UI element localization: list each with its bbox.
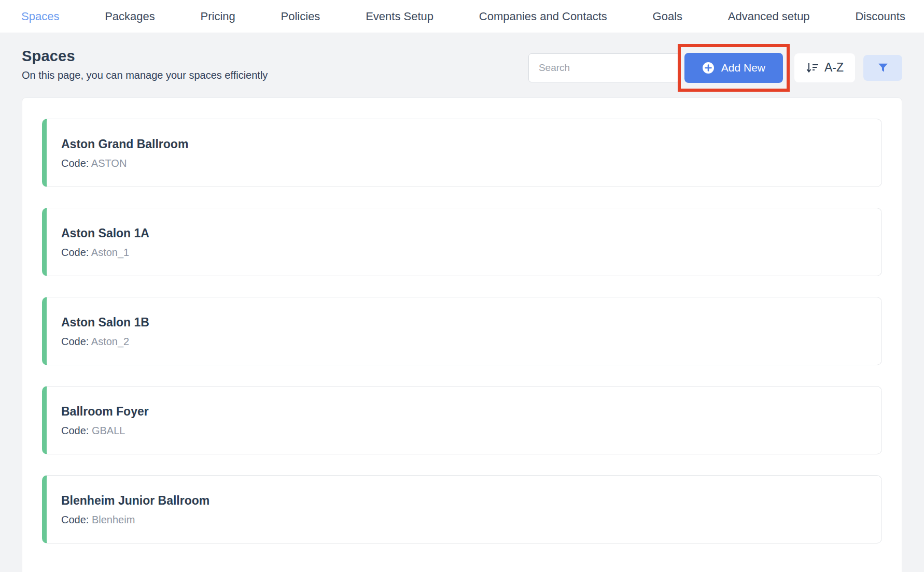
space-card-aston-salon-1b[interactable]: Aston Salon 1B Code: Aston_2 (42, 297, 882, 365)
space-name: Aston Salon 1A (61, 226, 871, 240)
filter-button[interactable] (863, 55, 902, 81)
page-header-text: Spaces On this page, you can manage your… (22, 33, 268, 81)
search-input[interactable] (528, 53, 680, 82)
spaces-list-panel: Aston Grand Ballroom Code: ASTON Aston S… (22, 97, 902, 572)
space-name: Ballroom Foyer (61, 405, 871, 419)
space-code-label: Code: (61, 514, 89, 525)
nav-item-pricing[interactable]: Pricing (201, 10, 235, 23)
space-code-label: Code: (61, 425, 89, 436)
space-code-value: GBALL (92, 425, 125, 436)
space-code-row: Code: Aston_1 (61, 247, 871, 259)
funnel-icon (877, 62, 889, 74)
space-code-label: Code: (61, 247, 89, 258)
page-header: Spaces On this page, you can manage your… (0, 33, 924, 92)
space-code-value: Aston_1 (91, 247, 129, 258)
add-new-button-label: Add New (721, 62, 765, 74)
space-name: Aston Grand Ballroom (61, 137, 871, 151)
sort-az-button-label: A-Z (824, 61, 844, 75)
add-new-button[interactable]: Add New (684, 53, 783, 83)
space-card-aston-grand-ballroom[interactable]: Aston Grand Ballroom Code: ASTON (42, 119, 882, 187)
space-code-row: Code: GBALL (61, 425, 871, 437)
space-card-ballroom-foyer[interactable]: Ballroom Foyer Code: GBALL (42, 386, 882, 454)
sort-az-button[interactable]: A-Z (794, 53, 855, 82)
nav-item-events-setup[interactable]: Events Setup (366, 10, 433, 23)
space-code-value: Blenheim (92, 514, 135, 525)
space-name: Blenheim Junior Ballroom (61, 494, 871, 508)
top-nav: Spaces Packages Pricing Policies Events … (0, 0, 924, 33)
space-code-label: Code: (61, 158, 89, 169)
space-code-row: Code: ASTON (61, 158, 871, 169)
nav-item-goals[interactable]: Goals (653, 10, 682, 23)
space-code-value: Aston_2 (91, 336, 129, 347)
space-code-row: Code: Blenheim (61, 514, 871, 526)
space-name: Aston Salon 1B (61, 316, 871, 330)
space-code-label: Code: (61, 336, 89, 347)
nav-item-spaces[interactable]: Spaces (21, 10, 59, 23)
nav-item-policies[interactable]: Policies (281, 10, 320, 23)
space-code-value: ASTON (91, 158, 127, 169)
annotation-highlight-box: Add New (678, 44, 790, 92)
plus-circle-icon (702, 62, 715, 74)
space-code-row: Code: Aston_2 (61, 336, 871, 348)
sort-descending-icon (806, 62, 819, 74)
page-subtitle: On this page, you can manage your spaces… (22, 69, 268, 81)
space-card-aston-salon-1a[interactable]: Aston Salon 1A Code: Aston_1 (42, 208, 882, 276)
space-card-blenheim-junior-ballroom[interactable]: Blenheim Junior Ballroom Code: Blenheim (42, 475, 882, 544)
nav-item-companies-and-contacts[interactable]: Companies and Contacts (479, 10, 607, 23)
nav-item-discounts[interactable]: Discounts (855, 10, 905, 23)
page-title: Spaces (22, 48, 268, 65)
nav-item-advanced-setup[interactable]: Advanced setup (728, 10, 810, 23)
nav-item-packages[interactable]: Packages (105, 10, 155, 23)
toolbar: Add New A-Z (528, 43, 902, 92)
